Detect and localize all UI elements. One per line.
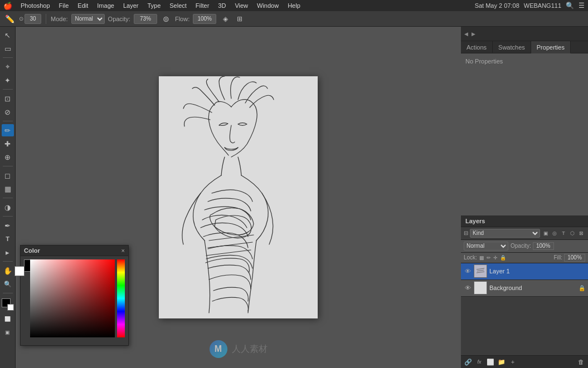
background-color-box[interactable]	[14, 266, 25, 276]
color-saturation-value-picker[interactable]	[30, 259, 115, 337]
layer1-name: Layer 1	[489, 268, 585, 274]
menu-image[interactable]: Image	[93, 0, 118, 11]
layer1-visibility-icon[interactable]: 👁	[464, 267, 472, 275]
blend-mode-select[interactable]: Normal Multiply Screen	[464, 242, 508, 251]
eraser-tool[interactable]: ◻	[2, 169, 14, 181]
gradient-tool[interactable]: ▦	[2, 183, 14, 195]
mode-dropdown[interactable]: Normal Multiply Screen	[71, 14, 105, 24]
menu-window[interactable]: Window	[253, 0, 283, 11]
airbrush-icon[interactable]: ⊚	[161, 13, 172, 24]
brush-size-input[interactable]	[25, 14, 41, 24]
menu-filter[interactable]: Filter	[192, 0, 213, 11]
filter-shape-icon[interactable]: ⬡	[568, 229, 576, 237]
filter-smart-icon[interactable]: ⊠	[577, 229, 585, 237]
lock-position-icon[interactable]: ✛	[493, 255, 498, 261]
color-panel: Color ×	[20, 245, 129, 346]
filter-type-icon[interactable]: T	[560, 229, 567, 237]
svg-line-0	[477, 268, 484, 269]
tool-sep-5	[3, 198, 13, 198]
tab-actions[interactable]: Actions	[461, 41, 493, 53]
hamburger-icon[interactable]: ☰	[579, 2, 585, 9]
screen-mode-toggle[interactable]: ▣	[2, 326, 14, 338]
menu-select[interactable]: Select	[166, 0, 191, 11]
menu-layer[interactable]: Layer	[119, 0, 143, 11]
lock-all-icon[interactable]: 🔒	[500, 255, 506, 261]
hue-slider[interactable]	[117, 259, 125, 337]
lock-label: Lock:	[464, 254, 477, 261]
dodge-tool[interactable]: ◑	[2, 201, 14, 213]
brush-tool[interactable]: ✏	[2, 124, 14, 136]
layers-blend-row: Normal Multiply Screen Opacity:	[461, 240, 588, 253]
mini-arrow-right[interactable]: ▶	[472, 31, 475, 37]
layer-fx-icon[interactable]: fx	[475, 357, 484, 366]
layers-filter-row: ⊟ Kind Name Effect ▣ ◎ T ⬡ ⊠	[461, 227, 588, 240]
tab-properties[interactable]: Properties	[531, 41, 571, 53]
opacity-value-input[interactable]	[533, 242, 554, 250]
apple-menu[interactable]: 🍎	[3, 2, 12, 10]
menu-type[interactable]: Type	[143, 0, 164, 11]
tool-sep-4	[3, 166, 13, 166]
fill-value-input[interactable]	[564, 254, 585, 262]
document-canvas[interactable]	[159, 76, 318, 318]
flow-input[interactable]	[193, 14, 216, 24]
background-swatch[interactable]	[7, 304, 14, 311]
color-panel-body	[21, 256, 128, 345]
hand-tool[interactable]: ✋	[2, 264, 14, 277]
menu-edit[interactable]: Edit	[74, 0, 92, 11]
background-visibility-icon[interactable]: 👁	[464, 284, 472, 292]
layers-bottom-bar: 🔗 fx ⬜ 📁 + 🗑	[461, 355, 588, 368]
path-select-tool[interactable]: ▸	[2, 246, 14, 258]
zoom-tool[interactable]: 🔍	[2, 278, 14, 290]
menu-user: WEBANG111	[524, 2, 561, 9]
menu-view[interactable]: View	[231, 0, 252, 11]
fill-row: Fill:	[553, 254, 585, 262]
filter-pixel-icon[interactable]: ▣	[542, 229, 550, 237]
pen-tool[interactable]: ✒	[2, 219, 14, 232]
layer-new-icon[interactable]: +	[508, 357, 517, 366]
menu-3d[interactable]: 3D	[214, 0, 230, 11]
fg-bg-swatches	[2, 298, 14, 311]
layers-panel: Layers ⊟ Kind Name Effect ▣ ◎ T ⬡ ⊠	[461, 215, 588, 369]
layer-group-icon[interactable]: 📁	[497, 357, 506, 366]
layer-filter-icons: ▣ ◎ T ⬡ ⊠	[542, 229, 585, 237]
lasso-tool[interactable]: ⌖	[2, 61, 14, 73]
move-tool[interactable]: ↖	[2, 29, 14, 41]
crop-tool[interactable]: ⊡	[2, 92, 14, 105]
layer-item-background[interactable]: 👁 Background 🔒	[461, 280, 588, 297]
mini-arrow-left[interactable]: ◀	[464, 31, 468, 37]
layer-item-layer1[interactable]: 👁 Layer 1	[461, 263, 588, 280]
tool-sep-2	[3, 89, 13, 90]
magic-wand-tool[interactable]: ✦	[2, 74, 14, 86]
right-area: ◀ ▶ Actions Swatches Properties No Prope…	[461, 27, 588, 368]
color-gradient-area	[30, 259, 125, 340]
menu-photoshop[interactable]: Photoshop	[17, 0, 54, 11]
layers-empty-space	[461, 297, 588, 356]
color-swatch-area	[24, 259, 25, 276]
filter-adjust-icon[interactable]: ◎	[551, 229, 558, 237]
tool-sep-3	[3, 121, 13, 121]
clone-tool[interactable]: ⊕	[2, 151, 14, 163]
layers-filter-select[interactable]: Kind Name Effect	[470, 229, 540, 238]
opacity-input[interactable]	[134, 14, 157, 24]
lock-pixels-icon[interactable]: ✏	[487, 255, 491, 261]
eyedropper-tool[interactable]: ⊘	[2, 106, 14, 118]
healing-tool[interactable]: ✚	[2, 138, 14, 150]
lock-transparent-icon[interactable]: ▩	[479, 255, 484, 261]
flow-icon[interactable]: ◈	[220, 13, 231, 24]
tab-swatches[interactable]: Swatches	[493, 41, 531, 53]
color-panel-close-button[interactable]: ×	[122, 247, 125, 254]
tool-sep-6	[3, 216, 13, 217]
color-panel-title: Color	[24, 247, 40, 254]
smoothing-icon[interactable]: ⊞	[234, 13, 245, 24]
layer-delete-icon[interactable]: 🗑	[576, 357, 585, 366]
size-icon: ⊙	[19, 16, 23, 22]
search-icon[interactable]: 🔍	[566, 2, 574, 9]
quick-mask-toggle[interactable]: ⬜	[2, 313, 14, 325]
marquee-tool[interactable]: ▭	[2, 42, 14, 55]
layer-mask-icon[interactable]: ⬜	[486, 357, 495, 366]
menu-bar: 🍎 Photoshop File Edit Image Layer Type S…	[0, 0, 588, 11]
menu-help[interactable]: Help	[284, 0, 304, 11]
type-tool[interactable]: T	[2, 233, 14, 245]
menu-file[interactable]: File	[55, 0, 73, 11]
layer-link-icon[interactable]: 🔗	[464, 357, 473, 366]
